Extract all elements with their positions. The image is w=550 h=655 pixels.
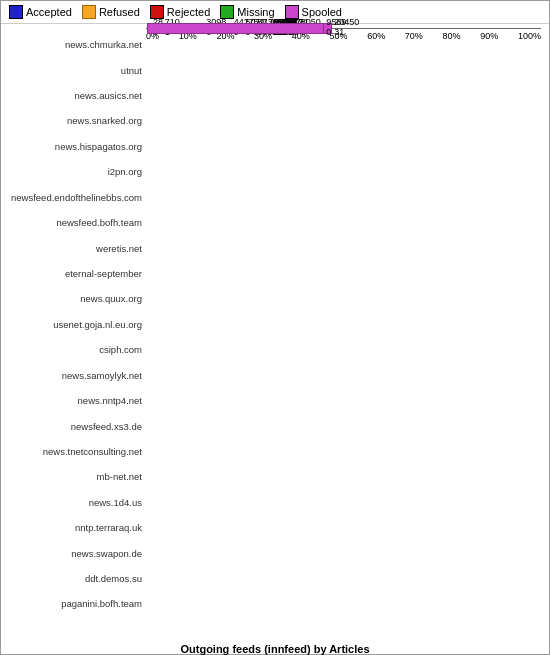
y-label: news.snarked.org [1, 108, 142, 133]
y-label: newsfeed.bofh.team [1, 210, 142, 235]
y-label: news.tnetconsulting.net [1, 439, 142, 464]
y-label: news.nntp4.net [1, 388, 142, 413]
legend-color-accepted [9, 5, 23, 19]
x-axis-label: 70% [405, 31, 423, 41]
legend-label-accepted: Accepted [26, 6, 72, 18]
bar-value-labels: 95690 [326, 18, 346, 38]
x-axis-label: 80% [443, 31, 461, 41]
y-label: mb-net.net [1, 464, 142, 489]
y-label: newsfeed.endofthelinebbs.com [1, 185, 142, 210]
y-label: newsfeed.xs3.de [1, 413, 142, 438]
bars-area: 6678298669011182573430920450318031286580… [146, 28, 541, 29]
y-label: news.swapon.de [1, 540, 142, 565]
legend-color-refused [82, 5, 96, 19]
y-label: news.chmurka.net [1, 32, 142, 57]
chart-container: AcceptedRefusedRejectedMissingSpooled ne… [0, 0, 550, 655]
y-label: news.quux.org [1, 286, 142, 311]
bar-segment-spooled [147, 23, 324, 34]
legend-item-accepted: Accepted [9, 5, 72, 19]
legend-label-refused: Refused [99, 6, 140, 18]
chart-title-area: Outgoing feeds (innfeed) by Articles [1, 621, 549, 655]
y-label: news.ausics.net [1, 83, 142, 108]
legend-item-refused: Refused [82, 5, 140, 19]
y-label: paganini.bofh.team [1, 591, 142, 616]
x-axis-label: 90% [480, 31, 498, 41]
x-axis-label: 100% [518, 31, 541, 41]
y-label: weretis.net [1, 235, 142, 260]
y-label: news.samoylyk.net [1, 362, 142, 387]
y-axis-labels: news.chmurka.netutnutnews.ausics.netnews… [1, 28, 146, 621]
y-label: usenet.goja.nl.eu.org [1, 312, 142, 337]
y-label: i2pn.org [1, 159, 142, 184]
y-label: utnut [1, 57, 142, 82]
bar-value-accepted: 0 [326, 28, 346, 38]
y-label: csiph.com [1, 337, 142, 362]
y-label: news.1d4.us [1, 490, 142, 515]
y-label: eternal-september [1, 261, 142, 286]
y-label: ddt.demos.su [1, 566, 142, 591]
y-label: news.hispagatos.org [1, 134, 142, 159]
chart-title: Outgoing feeds (innfeed) by Articles [180, 643, 369, 655]
x-axis-label: 60% [367, 31, 385, 41]
y-label: nntp.terraraq.uk [1, 515, 142, 540]
